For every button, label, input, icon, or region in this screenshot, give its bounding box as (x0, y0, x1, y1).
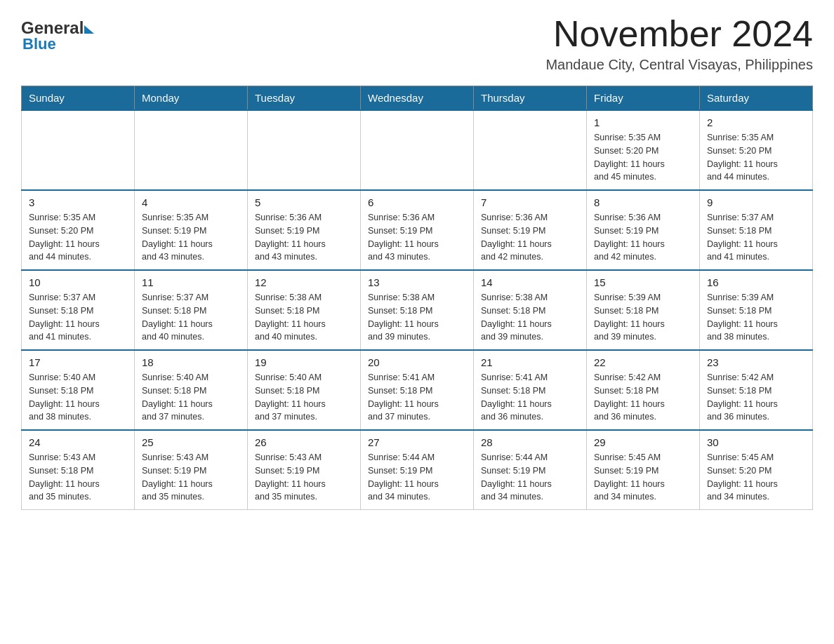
day-info: Sunrise: 5:42 AM Sunset: 5:18 PM Dayligh… (707, 371, 805, 424)
day-info: Sunrise: 5:38 AM Sunset: 5:18 PM Dayligh… (255, 291, 353, 344)
calendar-cell: 8Sunrise: 5:36 AM Sunset: 5:19 PM Daylig… (587, 190, 700, 270)
day-number: 29 (594, 436, 692, 448)
day-info: Sunrise: 5:40 AM Sunset: 5:18 PM Dayligh… (29, 371, 127, 424)
day-info: Sunrise: 5:43 AM Sunset: 5:19 PM Dayligh… (255, 451, 353, 504)
day-info: Sunrise: 5:37 AM Sunset: 5:18 PM Dayligh… (29, 291, 127, 344)
calendar-header-friday: Friday (587, 86, 700, 111)
day-info: Sunrise: 5:37 AM Sunset: 5:18 PM Dayligh… (707, 211, 805, 264)
calendar-week-row: 17Sunrise: 5:40 AM Sunset: 5:18 PM Dayli… (22, 350, 813, 430)
day-info: Sunrise: 5:38 AM Sunset: 5:18 PM Dayligh… (368, 291, 466, 344)
day-number: 8 (594, 196, 692, 208)
calendar-cell: 3Sunrise: 5:35 AM Sunset: 5:20 PM Daylig… (22, 190, 135, 270)
day-info: Sunrise: 5:36 AM Sunset: 5:19 PM Dayligh… (368, 211, 466, 264)
day-info: Sunrise: 5:42 AM Sunset: 5:18 PM Dayligh… (594, 371, 692, 424)
calendar-header-sunday: Sunday (22, 86, 135, 111)
calendar-cell: 6Sunrise: 5:36 AM Sunset: 5:19 PM Daylig… (361, 190, 474, 270)
calendar-cell: 10Sunrise: 5:37 AM Sunset: 5:18 PM Dayli… (22, 270, 135, 350)
calendar-table: SundayMondayTuesdayWednesdayThursdayFrid… (21, 86, 813, 510)
day-number: 12 (255, 276, 353, 288)
calendar-cell: 18Sunrise: 5:40 AM Sunset: 5:18 PM Dayli… (135, 350, 248, 430)
calendar-header-wednesday: Wednesday (361, 86, 474, 111)
day-info: Sunrise: 5:43 AM Sunset: 5:19 PM Dayligh… (142, 451, 240, 504)
day-info: Sunrise: 5:36 AM Sunset: 5:19 PM Dayligh… (481, 211, 579, 264)
page-header: General Blue November 2024 Mandaue City,… (21, 14, 813, 73)
calendar-header-monday: Monday (135, 86, 248, 111)
calendar-cell: 29Sunrise: 5:45 AM Sunset: 5:19 PM Dayli… (587, 430, 700, 510)
day-info: Sunrise: 5:44 AM Sunset: 5:19 PM Dayligh… (368, 451, 466, 504)
calendar-cell: 27Sunrise: 5:44 AM Sunset: 5:19 PM Dayli… (361, 430, 474, 510)
day-info: Sunrise: 5:37 AM Sunset: 5:18 PM Dayligh… (142, 291, 240, 344)
calendar-cell: 23Sunrise: 5:42 AM Sunset: 5:18 PM Dayli… (700, 350, 813, 430)
day-number: 11 (142, 276, 240, 288)
day-info: Sunrise: 5:39 AM Sunset: 5:18 PM Dayligh… (707, 291, 805, 344)
day-info: Sunrise: 5:35 AM Sunset: 5:20 PM Dayligh… (707, 131, 805, 184)
calendar-cell: 21Sunrise: 5:41 AM Sunset: 5:18 PM Dayli… (474, 350, 587, 430)
day-number: 13 (368, 276, 466, 288)
logo-arrow-icon (84, 25, 94, 34)
calendar-week-row: 24Sunrise: 5:43 AM Sunset: 5:18 PM Dayli… (22, 430, 813, 510)
calendar-cell: 20Sunrise: 5:41 AM Sunset: 5:18 PM Dayli… (361, 350, 474, 430)
day-number: 30 (707, 436, 805, 448)
calendar-cell: 4Sunrise: 5:35 AM Sunset: 5:19 PM Daylig… (135, 190, 248, 270)
title-block: November 2024 Mandaue City, Central Visa… (545, 14, 813, 73)
calendar-cell: 14Sunrise: 5:38 AM Sunset: 5:18 PM Dayli… (474, 270, 587, 350)
calendar-cell: 17Sunrise: 5:40 AM Sunset: 5:18 PM Dayli… (22, 350, 135, 430)
day-number: 18 (142, 356, 240, 368)
day-number: 10 (29, 276, 127, 288)
day-number: 3 (29, 196, 127, 208)
calendar-header-tuesday: Tuesday (248, 86, 361, 111)
calendar-cell: 2Sunrise: 5:35 AM Sunset: 5:20 PM Daylig… (700, 110, 813, 190)
calendar-cell: 12Sunrise: 5:38 AM Sunset: 5:18 PM Dayli… (248, 270, 361, 350)
calendar-cell: 11Sunrise: 5:37 AM Sunset: 5:18 PM Dayli… (135, 270, 248, 350)
day-number: 27 (368, 436, 466, 448)
calendar-cell: 30Sunrise: 5:45 AM Sunset: 5:20 PM Dayli… (700, 430, 813, 510)
day-info: Sunrise: 5:38 AM Sunset: 5:18 PM Dayligh… (481, 291, 579, 344)
day-number: 9 (707, 196, 805, 208)
calendar-cell: 26Sunrise: 5:43 AM Sunset: 5:19 PM Dayli… (248, 430, 361, 510)
calendar-cell: 19Sunrise: 5:40 AM Sunset: 5:18 PM Dayli… (248, 350, 361, 430)
day-number: 26 (255, 436, 353, 448)
day-info: Sunrise: 5:41 AM Sunset: 5:18 PM Dayligh… (481, 371, 579, 424)
day-number: 17 (29, 356, 127, 368)
day-number: 4 (142, 196, 240, 208)
day-info: Sunrise: 5:43 AM Sunset: 5:18 PM Dayligh… (29, 451, 127, 504)
day-info: Sunrise: 5:36 AM Sunset: 5:19 PM Dayligh… (594, 211, 692, 264)
day-info: Sunrise: 5:45 AM Sunset: 5:19 PM Dayligh… (594, 451, 692, 504)
day-number: 23 (707, 356, 805, 368)
day-number: 5 (255, 196, 353, 208)
page-subtitle: Mandaue City, Central Visayas, Philippin… (545, 57, 813, 73)
calendar-cell: 22Sunrise: 5:42 AM Sunset: 5:18 PM Dayli… (587, 350, 700, 430)
calendar-cell: 28Sunrise: 5:44 AM Sunset: 5:19 PM Dayli… (474, 430, 587, 510)
calendar-week-row: 3Sunrise: 5:35 AM Sunset: 5:20 PM Daylig… (22, 190, 813, 270)
calendar-cell: 24Sunrise: 5:43 AM Sunset: 5:18 PM Dayli… (22, 430, 135, 510)
calendar-cell (474, 110, 587, 190)
calendar-cell (361, 110, 474, 190)
day-info: Sunrise: 5:39 AM Sunset: 5:18 PM Dayligh… (594, 291, 692, 344)
day-number: 22 (594, 356, 692, 368)
day-number: 19 (255, 356, 353, 368)
calendar-cell (135, 110, 248, 190)
day-info: Sunrise: 5:35 AM Sunset: 5:19 PM Dayligh… (142, 211, 240, 264)
day-number: 14 (481, 276, 579, 288)
day-number: 25 (142, 436, 240, 448)
day-number: 16 (707, 276, 805, 288)
day-number: 24 (29, 436, 127, 448)
day-number: 20 (368, 356, 466, 368)
calendar-cell: 7Sunrise: 5:36 AM Sunset: 5:19 PM Daylig… (474, 190, 587, 270)
calendar-week-row: 10Sunrise: 5:37 AM Sunset: 5:18 PM Dayli… (22, 270, 813, 350)
day-number: 1 (594, 116, 692, 128)
day-number: 21 (481, 356, 579, 368)
calendar-cell: 15Sunrise: 5:39 AM Sunset: 5:18 PM Dayli… (587, 270, 700, 350)
calendar-cell: 25Sunrise: 5:43 AM Sunset: 5:19 PM Dayli… (135, 430, 248, 510)
day-info: Sunrise: 5:36 AM Sunset: 5:19 PM Dayligh… (255, 211, 353, 264)
day-number: 2 (707, 116, 805, 128)
calendar-cell: 13Sunrise: 5:38 AM Sunset: 5:18 PM Dayli… (361, 270, 474, 350)
page-title: November 2024 (545, 14, 813, 54)
day-info: Sunrise: 5:40 AM Sunset: 5:18 PM Dayligh… (255, 371, 353, 424)
day-info: Sunrise: 5:35 AM Sunset: 5:20 PM Dayligh… (29, 211, 127, 264)
day-info: Sunrise: 5:45 AM Sunset: 5:20 PM Dayligh… (707, 451, 805, 504)
calendar-cell (248, 110, 361, 190)
day-info: Sunrise: 5:41 AM Sunset: 5:18 PM Dayligh… (368, 371, 466, 424)
calendar-cell: 9Sunrise: 5:37 AM Sunset: 5:18 PM Daylig… (700, 190, 813, 270)
calendar-cell: 5Sunrise: 5:36 AM Sunset: 5:19 PM Daylig… (248, 190, 361, 270)
